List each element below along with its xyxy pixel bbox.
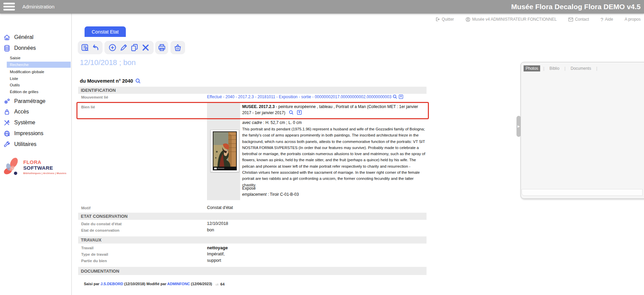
pencil-icon [119, 43, 128, 52]
lock-icon [3, 108, 10, 115]
edit-record-button[interactable] [119, 43, 128, 52]
plus-circle-icon [108, 43, 117, 52]
logo-brand-software: SOFTWARE [23, 165, 53, 171]
search-icon[interactable] [289, 110, 294, 115]
search-icon[interactable] [392, 94, 397, 99]
record-summary: 12/10/2018 ; bon [80, 58, 136, 67]
media-panel-scrollbar[interactable] [522, 189, 643, 196]
form-search-button[interactable] [80, 43, 90, 52]
tab-documents[interactable]: Documents [569, 65, 593, 71]
sidebar-item-modification-globale[interactable]: Modification globale [0, 69, 72, 75]
quit-link[interactable]: Quitter [435, 17, 454, 22]
logo-tagline: Bibliothèques | Archives | Musées [23, 172, 71, 175]
sidebar-item-utilitaires[interactable]: Utilitaires [0, 140, 72, 149]
wrench-icon [3, 141, 10, 148]
chevron-right-icon: ▶ [518, 125, 520, 128]
contact-link[interactable]: Contact [568, 17, 589, 22]
saisi-user-link[interactable]: J.S.DEBORD [100, 282, 123, 286]
user-icon [465, 17, 470, 22]
search-icon[interactable] [135, 78, 141, 84]
portrait-of-a-man-image [213, 131, 237, 170]
artwork-thumbnail[interactable] [210, 130, 239, 172]
uk-info: uk :64 [215, 282, 225, 286]
panel-collapse-handle[interactable]: ▶ [516, 116, 521, 137]
app-title: Musée Flora Decalog Flora DEMO v4.5 [511, 0, 641, 14]
home-icon [3, 34, 10, 41]
x-icon [141, 43, 150, 52]
emplacement-line: emplacement : Tiroir C-01-B-03 [242, 192, 299, 197]
travail-value: nettoyage [207, 245, 228, 250]
toolbar-group-search [78, 41, 102, 54]
partie-bien-value: support [207, 258, 221, 263]
user-account-link[interactable]: Musée v4 ADMINISTRATEUR FONCTIONNEL [465, 17, 557, 22]
sidebar-item-saisie[interactable]: Saisie [0, 55, 72, 61]
undo-button[interactable] [90, 43, 100, 52]
motif-value: Constat d'état [207, 205, 233, 210]
sidebar-item-donnees[interactable]: Données [0, 44, 72, 52]
partie-bien-label: Partie du bien [81, 259, 107, 263]
etat-conservation-value: bon [207, 228, 214, 232]
modifie-user-link[interactable]: ADMINFONC [167, 282, 190, 286]
media-panel-tabs: Photos | Biblio | Documents | [524, 64, 643, 72]
sidebar-item-general[interactable]: Général [0, 33, 72, 42]
basket-icon [174, 43, 182, 52]
header-links: Quitter Musée v4 ADMINISTRATEUR FONCTION… [72, 14, 644, 25]
form-search-icon [81, 43, 89, 52]
record-title: du Mouvement n° 2040 [80, 78, 141, 84]
printer-icon [158, 43, 166, 52]
sidebar-item-impressions[interactable]: Impressions [0, 129, 72, 138]
copy-icon [130, 43, 139, 52]
print-button[interactable] [158, 43, 166, 52]
toolbar-group-print [155, 41, 168, 54]
about-link[interactable]: A propos [625, 17, 641, 22]
bien-lie-inventory-number: MUSEE. 2017.2.3 [242, 104, 275, 109]
expose-status: Exposé [242, 186, 256, 191]
basket-button[interactable] [173, 43, 183, 52]
section-identification: IDENTIFICATION [78, 87, 427, 94]
emplacement-label: emplacement [242, 192, 267, 197]
hamburger-menu-icon[interactable] [3, 3, 15, 11]
sidebar-item-outils[interactable]: Outils [0, 82, 72, 88]
sidebar-item-acces[interactable]: Accès [0, 107, 72, 116]
globe-icon [3, 130, 10, 137]
help-link[interactable]: ? Aide [600, 17, 613, 22]
copy-record-button[interactable] [130, 43, 139, 52]
date-constat-value: 12/10/2018 [207, 221, 228, 226]
bien-lie-value[interactable]: MUSEE. 2017.2.3 - peinture européenne , … [242, 104, 428, 116]
question-icon: ? [600, 17, 603, 22]
saisi-par-info: Saisi par J.S.DEBORD (12/10/2018) [84, 282, 145, 286]
flora-logo-icon [3, 157, 21, 177]
modifie-par-info: Modifié par ADMINFONC (12/06/2023) [146, 282, 212, 286]
sidebar-item-systeme[interactable]: Système [0, 118, 72, 127]
sidebar: Général Données Saisie Recherche Modific… [0, 14, 72, 295]
section-documentation: DOCUMENTATION [78, 267, 427, 275]
motif-label: Motif [81, 206, 90, 210]
top-bar: Administration Musée Flora Decalog Flora… [0, 0, 644, 14]
section-etat-conservation: ETAT CONSERVATION [78, 213, 427, 220]
tools-icon [3, 119, 10, 126]
logo-brand-flora: FLORA [23, 159, 41, 165]
database-icon [3, 45, 10, 52]
tab-photos[interactable]: Photos [524, 65, 540, 71]
sidebar-item-edition-de-grilles[interactable]: Édition de grilles [0, 89, 72, 95]
tab-constat-etat[interactable]: Constat Etat [85, 26, 126, 37]
page-title: Administration [22, 0, 54, 14]
section-travaux: TRAVAUX [78, 236, 427, 244]
sidebar-item-parametrage[interactable]: Paramétrage [0, 97, 72, 106]
toolbar-group-basket [170, 41, 185, 54]
tab-biblio[interactable]: Biblio [547, 65, 561, 71]
logout-icon [435, 17, 440, 22]
flora-software-logo: FLORA SOFTWARE Bibliothèques | Archives … [3, 157, 71, 177]
dimensions-line: avec cadre : H. 52,7 cm ; L. 0 cm [242, 120, 302, 125]
etat-conservation-label: Etat de conservation [81, 228, 119, 232]
sidebar-item-liste[interactable]: Liste [0, 76, 72, 82]
mouvement-lie-label: Mouvement lié [81, 95, 108, 99]
add-record-button[interactable] [108, 43, 117, 52]
media-panel: Photos | Biblio | Documents | [521, 62, 644, 199]
sidebar-item-recherche[interactable]: Recherche [7, 62, 71, 68]
open-record-icon[interactable] [297, 110, 302, 115]
open-record-icon[interactable] [398, 94, 404, 99]
mouvement-lie-value[interactable]: Effectué - 2040 - 2017.2.3 - 20181011 - … [207, 94, 404, 99]
delete-record-button[interactable] [141, 43, 151, 52]
bien-lie-label: Bien lié [81, 105, 95, 109]
